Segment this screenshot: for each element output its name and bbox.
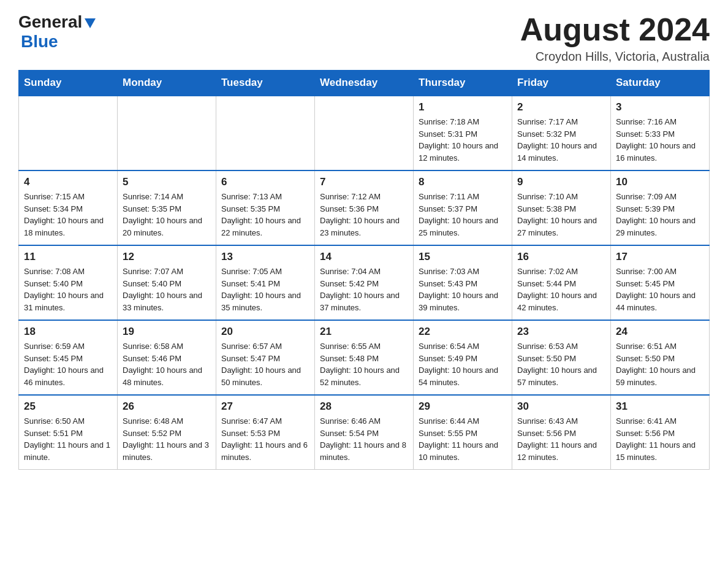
calendar-header-monday: Monday <box>118 71 216 96</box>
calendar-header-sunday: Sunday <box>19 71 118 96</box>
day-number: 31 <box>616 400 704 413</box>
day-info: Sunrise: 6:51 AMSunset: 5:50 PMDaylight:… <box>616 340 704 388</box>
day-number: 11 <box>24 251 112 263</box>
day-info: Sunrise: 6:44 AMSunset: 5:55 PMDaylight:… <box>419 415 507 463</box>
calendar-cell: 16Sunrise: 7:02 AMSunset: 5:44 PMDayligh… <box>512 245 611 320</box>
day-number: 10 <box>616 176 704 188</box>
calendar-cell: 2Sunrise: 7:17 AMSunset: 5:32 PMDaylight… <box>512 96 611 170</box>
day-info: Sunrise: 7:03 AMSunset: 5:43 PMDaylight:… <box>419 266 507 313</box>
week-row-4: 18Sunrise: 6:59 AMSunset: 5:45 PMDayligh… <box>19 320 710 395</box>
calendar-cell: 6Sunrise: 7:13 AMSunset: 5:35 PMDaylight… <box>216 170 315 245</box>
day-number: 14 <box>320 251 408 263</box>
day-number: 15 <box>419 251 507 263</box>
day-number: 8 <box>419 176 507 188</box>
calendar-cell: 12Sunrise: 7:07 AMSunset: 5:40 PMDayligh… <box>118 245 216 320</box>
calendar-header-row: SundayMondayTuesdayWednesdayThursdayFrid… <box>19 71 710 96</box>
day-number: 2 <box>517 101 605 113</box>
day-number: 6 <box>221 176 309 188</box>
day-info: Sunrise: 7:11 AMSunset: 5:37 PMDaylight:… <box>419 191 507 239</box>
calendar-table: SundayMondayTuesdayWednesdayThursdayFrid… <box>18 70 710 470</box>
day-info: Sunrise: 7:04 AMSunset: 5:42 PMDaylight:… <box>320 266 408 313</box>
day-info: Sunrise: 7:15 AMSunset: 5:34 PMDaylight:… <box>24 191 112 239</box>
day-number: 19 <box>123 326 211 338</box>
calendar-cell: 10Sunrise: 7:09 AMSunset: 5:39 PMDayligh… <box>611 170 710 245</box>
logo-triangle-icon <box>83 16 97 29</box>
calendar-cell: 15Sunrise: 7:03 AMSunset: 5:43 PMDayligh… <box>414 245 512 320</box>
day-info: Sunrise: 6:59 AMSunset: 5:45 PMDaylight:… <box>24 340 112 388</box>
page-title: August 2024 <box>520 12 710 47</box>
calendar-cell: 3Sunrise: 7:16 AMSunset: 5:33 PMDaylight… <box>611 96 710 170</box>
calendar-header-wednesday: Wednesday <box>315 71 414 96</box>
day-info: Sunrise: 6:48 AMSunset: 5:52 PMDaylight:… <box>123 415 211 463</box>
day-info: Sunrise: 6:50 AMSunset: 5:51 PMDaylight:… <box>24 415 112 463</box>
day-info: Sunrise: 6:57 AMSunset: 5:47 PMDaylight:… <box>221 340 309 388</box>
calendar-cell: 9Sunrise: 7:10 AMSunset: 5:38 PMDaylight… <box>512 170 611 245</box>
day-number: 7 <box>320 176 408 188</box>
day-number: 30 <box>517 400 605 413</box>
calendar-header-tuesday: Tuesday <box>216 71 315 96</box>
header: General Blue August 2024 Croydon Hills, … <box>18 12 710 64</box>
calendar-cell: 18Sunrise: 6:59 AMSunset: 5:45 PMDayligh… <box>19 320 118 395</box>
calendar-cell: 24Sunrise: 6:51 AMSunset: 5:50 PMDayligh… <box>611 320 710 395</box>
week-row-2: 4Sunrise: 7:15 AMSunset: 5:34 PMDaylight… <box>19 170 710 245</box>
logo: General Blue <box>18 12 97 52</box>
day-number: 5 <box>123 176 211 188</box>
day-number: 25 <box>24 400 112 413</box>
week-row-3: 11Sunrise: 7:08 AMSunset: 5:40 PMDayligh… <box>19 245 710 320</box>
day-info: Sunrise: 6:54 AMSunset: 5:49 PMDaylight:… <box>419 340 507 388</box>
day-info: Sunrise: 7:16 AMSunset: 5:33 PMDaylight:… <box>616 116 704 164</box>
calendar-cell: 5Sunrise: 7:14 AMSunset: 5:35 PMDaylight… <box>118 170 216 245</box>
calendar-cell: 21Sunrise: 6:55 AMSunset: 5:48 PMDayligh… <box>315 320 414 395</box>
day-info: Sunrise: 7:09 AMSunset: 5:39 PMDaylight:… <box>616 191 704 239</box>
day-number: 21 <box>320 326 408 338</box>
calendar-cell: 20Sunrise: 6:57 AMSunset: 5:47 PMDayligh… <box>216 320 315 395</box>
day-info: Sunrise: 6:46 AMSunset: 5:54 PMDaylight:… <box>320 415 408 463</box>
calendar-cell: 28Sunrise: 6:46 AMSunset: 5:54 PMDayligh… <box>315 395 414 470</box>
calendar-cell: 25Sunrise: 6:50 AMSunset: 5:51 PMDayligh… <box>19 395 118 470</box>
calendar-header-saturday: Saturday <box>611 71 710 96</box>
title-area: August 2024 Croydon Hills, Victoria, Aus… <box>520 12 710 64</box>
calendar-cell: 13Sunrise: 7:05 AMSunset: 5:41 PMDayligh… <box>216 245 315 320</box>
day-number: 3 <box>616 101 704 113</box>
day-number: 1 <box>419 101 507 113</box>
day-number: 12 <box>123 251 211 263</box>
day-number: 28 <box>320 400 408 413</box>
calendar-cell <box>19 96 118 170</box>
day-info: Sunrise: 7:07 AMSunset: 5:40 PMDaylight:… <box>123 266 211 313</box>
day-number: 26 <box>123 400 211 413</box>
day-info: Sunrise: 7:18 AMSunset: 5:31 PMDaylight:… <box>419 116 507 164</box>
day-number: 23 <box>517 326 605 338</box>
day-number: 20 <box>221 326 309 338</box>
day-number: 27 <box>221 400 309 413</box>
calendar-header-friday: Friday <box>512 71 611 96</box>
calendar-cell: 17Sunrise: 7:00 AMSunset: 5:45 PMDayligh… <box>611 245 710 320</box>
day-number: 16 <box>517 251 605 263</box>
day-number: 29 <box>419 400 507 413</box>
day-number: 9 <box>517 176 605 188</box>
week-row-5: 25Sunrise: 6:50 AMSunset: 5:51 PMDayligh… <box>19 395 710 470</box>
calendar-cell: 11Sunrise: 7:08 AMSunset: 5:40 PMDayligh… <box>19 245 118 320</box>
calendar-cell: 31Sunrise: 6:41 AMSunset: 5:56 PMDayligh… <box>611 395 710 470</box>
week-row-1: 1Sunrise: 7:18 AMSunset: 5:31 PMDaylight… <box>19 96 710 170</box>
day-info: Sunrise: 6:58 AMSunset: 5:46 PMDaylight:… <box>123 340 211 388</box>
day-info: Sunrise: 6:47 AMSunset: 5:53 PMDaylight:… <box>221 415 309 463</box>
calendar-cell: 27Sunrise: 6:47 AMSunset: 5:53 PMDayligh… <box>216 395 315 470</box>
day-info: Sunrise: 6:43 AMSunset: 5:56 PMDaylight:… <box>517 415 605 463</box>
day-number: 18 <box>24 326 112 338</box>
day-info: Sunrise: 6:55 AMSunset: 5:48 PMDaylight:… <box>320 340 408 388</box>
day-info: Sunrise: 7:10 AMSunset: 5:38 PMDaylight:… <box>517 191 605 239</box>
day-info: Sunrise: 7:13 AMSunset: 5:35 PMDaylight:… <box>221 191 309 239</box>
day-info: Sunrise: 6:41 AMSunset: 5:56 PMDaylight:… <box>616 415 704 463</box>
calendar-cell: 7Sunrise: 7:12 AMSunset: 5:36 PMDaylight… <box>315 170 414 245</box>
day-info: Sunrise: 7:08 AMSunset: 5:40 PMDaylight:… <box>24 266 112 313</box>
day-number: 13 <box>221 251 309 263</box>
calendar-cell <box>216 96 315 170</box>
logo-blue-text: Blue <box>21 32 58 52</box>
calendar-cell <box>118 96 216 170</box>
calendar-cell: 14Sunrise: 7:04 AMSunset: 5:42 PMDayligh… <box>315 245 414 320</box>
svg-marker-0 <box>85 18 96 28</box>
day-number: 24 <box>616 326 704 338</box>
calendar-cell: 1Sunrise: 7:18 AMSunset: 5:31 PMDaylight… <box>414 96 512 170</box>
day-info: Sunrise: 7:12 AMSunset: 5:36 PMDaylight:… <box>320 191 408 239</box>
logo-general-text: General <box>18 12 82 32</box>
